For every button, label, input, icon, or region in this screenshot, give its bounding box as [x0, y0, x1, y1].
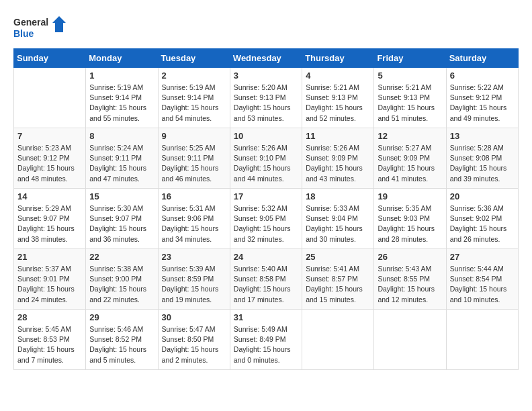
cell-info: Sunrise: 5:30 AM Sunset: 9:07 PM Dayligh… [89, 203, 154, 244]
day-number: 26 [378, 252, 442, 262]
calendar-cell: 25Sunrise: 5:41 AM Sunset: 8:57 PM Dayli… [302, 249, 374, 310]
calendar-cell: 29Sunrise: 5:46 AM Sunset: 8:52 PM Dayli… [86, 310, 158, 370]
day-number: 21 [17, 252, 82, 262]
svg-text:Blue: Blue [13, 28, 34, 39]
day-number: 4 [306, 71, 370, 81]
cell-info: Sunrise: 5:19 AM Sunset: 9:14 PM Dayligh… [162, 83, 226, 124]
calendar-cell: 20Sunrise: 5:36 AM Sunset: 9:02 PM Dayli… [446, 189, 518, 249]
cell-info: Sunrise: 5:49 AM Sunset: 8:49 PM Dayligh… [234, 324, 298, 365]
day-number: 29 [89, 312, 154, 322]
cell-info: Sunrise: 5:29 AM Sunset: 9:07 PM Dayligh… [17, 203, 82, 244]
day-number: 7 [17, 131, 82, 141]
day-number: 20 [450, 191, 515, 201]
day-number: 11 [306, 131, 370, 141]
day-number: 30 [162, 312, 226, 322]
cell-info: Sunrise: 5:24 AM Sunset: 9:11 PM Dayligh… [89, 143, 154, 184]
cell-info: Sunrise: 5:40 AM Sunset: 8:58 PM Dayligh… [234, 264, 298, 305]
day-number: 12 [378, 131, 442, 141]
cell-info: Sunrise: 5:23 AM Sunset: 9:12 PM Dayligh… [17, 143, 82, 184]
calendar-cell: 28Sunrise: 5:45 AM Sunset: 8:53 PM Dayli… [14, 310, 86, 370]
calendar-day-header: Wednesday [230, 49, 302, 68]
calendar-cell: 11Sunrise: 5:26 AM Sunset: 9:09 PM Dayli… [302, 128, 374, 189]
cell-info: Sunrise: 5:46 AM Sunset: 8:52 PM Dayligh… [89, 324, 154, 365]
cell-info: Sunrise: 5:20 AM Sunset: 9:13 PM Dayligh… [234, 83, 298, 124]
day-number: 2 [162, 71, 226, 81]
day-number: 13 [450, 131, 515, 141]
cell-info: Sunrise: 5:19 AM Sunset: 9:14 PM Dayligh… [89, 83, 154, 124]
day-number: 17 [234, 191, 298, 201]
cell-info: Sunrise: 5:21 AM Sunset: 9:13 PM Dayligh… [378, 83, 442, 124]
svg-marker-2 [52, 16, 66, 32]
day-number: 8 [89, 131, 154, 141]
calendar-cell: 8Sunrise: 5:24 AM Sunset: 9:11 PM Daylig… [86, 128, 158, 189]
calendar-cell: 31Sunrise: 5:49 AM Sunset: 8:49 PM Dayli… [230, 310, 302, 370]
calendar-cell: 24Sunrise: 5:40 AM Sunset: 8:58 PM Dayli… [230, 249, 302, 310]
cell-info: Sunrise: 5:47 AM Sunset: 8:50 PM Dayligh… [162, 324, 226, 365]
calendar-cell: 3Sunrise: 5:20 AM Sunset: 9:13 PM Daylig… [230, 68, 302, 128]
cell-info: Sunrise: 5:33 AM Sunset: 9:04 PM Dayligh… [306, 203, 370, 244]
day-number: 22 [89, 252, 154, 262]
calendar-cell [374, 310, 446, 370]
calendar-cell: 9Sunrise: 5:25 AM Sunset: 9:11 PM Daylig… [158, 128, 230, 189]
calendar-body: 1Sunrise: 5:19 AM Sunset: 9:14 PM Daylig… [14, 68, 519, 370]
calendar-cell: 23Sunrise: 5:39 AM Sunset: 8:59 PM Dayli… [158, 249, 230, 310]
cell-info: Sunrise: 5:26 AM Sunset: 9:10 PM Dayligh… [234, 143, 298, 184]
day-number: 28 [17, 312, 82, 322]
cell-info: Sunrise: 5:21 AM Sunset: 9:13 PM Dayligh… [306, 83, 370, 124]
calendar-cell: 26Sunrise: 5:43 AM Sunset: 8:55 PM Dayli… [374, 249, 446, 310]
calendar-cell: 30Sunrise: 5:47 AM Sunset: 8:50 PM Dayli… [158, 310, 230, 370]
day-number: 15 [89, 191, 154, 201]
day-number: 31 [234, 312, 298, 322]
day-number: 3 [234, 71, 298, 81]
cell-info: Sunrise: 5:22 AM Sunset: 9:12 PM Dayligh… [450, 83, 515, 124]
cell-info: Sunrise: 5:26 AM Sunset: 9:09 PM Dayligh… [306, 143, 370, 184]
cell-info: Sunrise: 5:36 AM Sunset: 9:02 PM Dayligh… [450, 203, 515, 244]
calendar-cell: 1Sunrise: 5:19 AM Sunset: 9:14 PM Daylig… [86, 68, 158, 128]
calendar-week-row: 28Sunrise: 5:45 AM Sunset: 8:53 PM Dayli… [14, 310, 519, 370]
cell-info: Sunrise: 5:37 AM Sunset: 9:01 PM Dayligh… [17, 264, 82, 305]
page-header: General Blue [13, 13, 519, 42]
calendar-cell: 21Sunrise: 5:37 AM Sunset: 9:01 PM Dayli… [14, 249, 86, 310]
cell-info: Sunrise: 5:44 AM Sunset: 8:54 PM Dayligh… [450, 264, 515, 305]
cell-info: Sunrise: 5:25 AM Sunset: 9:11 PM Dayligh… [162, 143, 226, 184]
calendar-header: SundayMondayTuesdayWednesdayThursdayFrid… [14, 49, 519, 68]
calendar-header-row: SundayMondayTuesdayWednesdayThursdayFrid… [14, 49, 519, 68]
calendar-cell: 17Sunrise: 5:32 AM Sunset: 9:05 PM Dayli… [230, 189, 302, 249]
calendar-cell [446, 310, 518, 370]
calendar-cell: 2Sunrise: 5:19 AM Sunset: 9:14 PM Daylig… [158, 68, 230, 128]
day-number: 5 [378, 71, 442, 81]
logo-svg: General Blue [13, 13, 67, 42]
cell-info: Sunrise: 5:43 AM Sunset: 8:55 PM Dayligh… [378, 264, 442, 305]
calendar-day-header: Tuesday [158, 49, 230, 68]
calendar-day-header: Friday [374, 49, 446, 68]
cell-info: Sunrise: 5:45 AM Sunset: 8:53 PM Dayligh… [17, 324, 82, 365]
calendar-cell: 5Sunrise: 5:21 AM Sunset: 9:13 PM Daylig… [374, 68, 446, 128]
cell-info: Sunrise: 5:31 AM Sunset: 9:06 PM Dayligh… [162, 203, 226, 244]
cell-info: Sunrise: 5:32 AM Sunset: 9:05 PM Dayligh… [234, 203, 298, 244]
calendar-cell: 18Sunrise: 5:33 AM Sunset: 9:04 PM Dayli… [302, 189, 374, 249]
calendar-cell: 6Sunrise: 5:22 AM Sunset: 9:12 PM Daylig… [446, 68, 518, 128]
day-number: 9 [162, 131, 226, 141]
calendar-day-header: Sunday [14, 49, 86, 68]
calendar-table: SundayMondayTuesdayWednesdayThursdayFrid… [13, 48, 519, 370]
cell-info: Sunrise: 5:39 AM Sunset: 8:59 PM Dayligh… [162, 264, 226, 305]
calendar-day-header: Monday [86, 49, 158, 68]
calendar-cell [14, 68, 86, 128]
day-number: 23 [162, 252, 226, 262]
day-number: 24 [234, 252, 298, 262]
calendar-cell: 14Sunrise: 5:29 AM Sunset: 9:07 PM Dayli… [14, 189, 86, 249]
calendar-week-row: 1Sunrise: 5:19 AM Sunset: 9:14 PM Daylig… [14, 68, 519, 128]
calendar-cell: 7Sunrise: 5:23 AM Sunset: 9:12 PM Daylig… [14, 128, 86, 189]
cell-info: Sunrise: 5:35 AM Sunset: 9:03 PM Dayligh… [378, 203, 442, 244]
calendar-cell: 15Sunrise: 5:30 AM Sunset: 9:07 PM Dayli… [86, 189, 158, 249]
calendar-week-row: 7Sunrise: 5:23 AM Sunset: 9:12 PM Daylig… [14, 128, 519, 189]
calendar-cell: 19Sunrise: 5:35 AM Sunset: 9:03 PM Dayli… [374, 189, 446, 249]
calendar-cell: 16Sunrise: 5:31 AM Sunset: 9:06 PM Dayli… [158, 189, 230, 249]
cell-info: Sunrise: 5:38 AM Sunset: 9:00 PM Dayligh… [89, 264, 154, 305]
svg-text:General: General [13, 17, 48, 28]
calendar-day-header: Saturday [446, 49, 518, 68]
calendar-cell: 27Sunrise: 5:44 AM Sunset: 8:54 PM Dayli… [446, 249, 518, 310]
cell-info: Sunrise: 5:27 AM Sunset: 9:09 PM Dayligh… [378, 143, 442, 184]
calendar-cell: 10Sunrise: 5:26 AM Sunset: 9:10 PM Dayli… [230, 128, 302, 189]
day-number: 1 [89, 71, 154, 81]
